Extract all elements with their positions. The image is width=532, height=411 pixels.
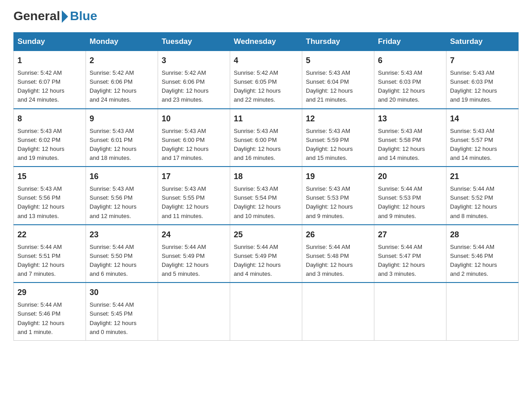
day-number: 20	[378, 171, 442, 183]
day-info: Sunrise: 5:43 AMSunset: 6:00 PMDaylight:…	[234, 127, 298, 163]
logo-general-text: General	[13, 9, 60, 23]
day-number: 5	[306, 55, 370, 67]
calendar-cell: 16Sunrise: 5:43 AMSunset: 5:56 PMDayligh…	[86, 167, 158, 225]
day-number: 27	[378, 229, 442, 241]
day-info: Sunrise: 5:44 AMSunset: 5:47 PMDaylight:…	[378, 243, 442, 279]
calendar-cell: 5Sunrise: 5:43 AMSunset: 6:04 PMDaylight…	[302, 51, 374, 109]
day-info: Sunrise: 5:43 AMSunset: 6:00 PMDaylight:…	[162, 127, 226, 163]
calendar-cell: 23Sunrise: 5:44 AMSunset: 5:50 PMDayligh…	[86, 225, 158, 283]
day-number: 18	[234, 171, 298, 183]
day-number: 14	[450, 113, 515, 125]
day-info: Sunrise: 5:42 AMSunset: 6:05 PMDaylight:…	[234, 68, 298, 105]
day-info: Sunrise: 5:44 AMSunset: 5:45 PMDaylight:…	[90, 300, 154, 337]
calendar-header-row: SundayMondayTuesdayWednesdayThursdayFrid…	[14, 33, 519, 51]
day-info: Sunrise: 5:44 AMSunset: 5:49 PMDaylight:…	[162, 243, 226, 279]
page-header: General Blue	[13, 9, 519, 23]
calendar-cell: 12Sunrise: 5:43 AMSunset: 5:59 PMDayligh…	[302, 109, 374, 167]
day-number: 26	[306, 229, 370, 241]
calendar-cell: 9Sunrise: 5:43 AMSunset: 6:01 PMDaylight…	[86, 109, 158, 167]
calendar-cell: 22Sunrise: 5:44 AMSunset: 5:51 PMDayligh…	[14, 225, 86, 283]
calendar-cell	[302, 283, 374, 340]
calendar-cell: 14Sunrise: 5:43 AMSunset: 5:57 PMDayligh…	[446, 109, 519, 167]
day-info: Sunrise: 5:43 AMSunset: 6:03 PMDaylight:…	[450, 68, 515, 105]
logo-blue-text: Blue	[70, 9, 97, 23]
day-info: Sunrise: 5:44 AMSunset: 5:51 PMDaylight:…	[17, 243, 82, 279]
day-number: 23	[90, 229, 154, 241]
calendar-cell: 2Sunrise: 5:42 AMSunset: 6:06 PMDaylight…	[86, 51, 158, 109]
calendar-cell: 4Sunrise: 5:42 AMSunset: 6:05 PMDaylight…	[230, 51, 302, 109]
calendar-cell: 7Sunrise: 5:43 AMSunset: 6:03 PMDaylight…	[446, 51, 519, 109]
day-number: 25	[234, 229, 298, 241]
calendar-cell: 28Sunrise: 5:44 AMSunset: 5:46 PMDayligh…	[446, 225, 519, 283]
day-info: Sunrise: 5:43 AMSunset: 5:56 PMDaylight:…	[90, 184, 154, 221]
day-info: Sunrise: 5:43 AMSunset: 5:58 PMDaylight:…	[378, 127, 442, 163]
calendar-cell	[230, 283, 302, 340]
day-number: 13	[378, 113, 442, 125]
day-number: 17	[162, 171, 226, 183]
calendar-cell: 13Sunrise: 5:43 AMSunset: 5:58 PMDayligh…	[374, 109, 446, 167]
calendar-cell: 19Sunrise: 5:43 AMSunset: 5:53 PMDayligh…	[302, 167, 374, 225]
day-info: Sunrise: 5:43 AMSunset: 5:54 PMDaylight:…	[234, 184, 298, 221]
calendar-cell: 11Sunrise: 5:43 AMSunset: 6:00 PMDayligh…	[230, 109, 302, 167]
day-info: Sunrise: 5:43 AMSunset: 5:56 PMDaylight:…	[17, 184, 82, 221]
day-number: 11	[234, 113, 298, 125]
calendar-cell: 30Sunrise: 5:44 AMSunset: 5:45 PMDayligh…	[86, 283, 158, 340]
day-info: Sunrise: 5:44 AMSunset: 5:48 PMDaylight:…	[306, 243, 370, 279]
day-number: 12	[306, 113, 370, 125]
calendar-cell: 20Sunrise: 5:44 AMSunset: 5:53 PMDayligh…	[374, 167, 446, 225]
day-info: Sunrise: 5:44 AMSunset: 5:49 PMDaylight:…	[234, 243, 298, 279]
calendar-week-3: 15Sunrise: 5:43 AMSunset: 5:56 PMDayligh…	[14, 167, 519, 225]
calendar-week-4: 22Sunrise: 5:44 AMSunset: 5:51 PMDayligh…	[14, 225, 519, 283]
calendar-cell: 26Sunrise: 5:44 AMSunset: 5:48 PMDayligh…	[302, 225, 374, 283]
calendar-cell	[374, 283, 446, 340]
day-info: Sunrise: 5:44 AMSunset: 5:52 PMDaylight:…	[450, 184, 515, 221]
day-number: 10	[162, 113, 226, 125]
header-sunday: Sunday	[14, 33, 86, 51]
day-info: Sunrise: 5:43 AMSunset: 5:53 PMDaylight:…	[306, 184, 370, 221]
day-info: Sunrise: 5:43 AMSunset: 6:01 PMDaylight:…	[90, 127, 154, 163]
calendar-cell: 15Sunrise: 5:43 AMSunset: 5:56 PMDayligh…	[14, 167, 86, 225]
calendar-cell	[158, 283, 230, 340]
day-number: 8	[17, 113, 82, 125]
day-info: Sunrise: 5:43 AMSunset: 5:59 PMDaylight:…	[306, 127, 370, 163]
logo-arrow-icon	[62, 10, 68, 23]
header-saturday: Saturday	[446, 33, 519, 51]
header-thursday: Thursday	[302, 33, 374, 51]
day-number: 16	[90, 171, 154, 183]
day-number: 24	[162, 229, 226, 241]
day-info: Sunrise: 5:44 AMSunset: 5:50 PMDaylight:…	[90, 243, 154, 279]
calendar-cell	[446, 283, 519, 340]
header-tuesday: Tuesday	[158, 33, 230, 51]
calendar-week-2: 8Sunrise: 5:43 AMSunset: 6:02 PMDaylight…	[14, 109, 519, 167]
day-info: Sunrise: 5:43 AMSunset: 6:02 PMDaylight:…	[17, 127, 82, 163]
header-monday: Monday	[86, 33, 158, 51]
day-info: Sunrise: 5:43 AMSunset: 5:57 PMDaylight:…	[450, 127, 515, 163]
day-number: 22	[17, 229, 82, 241]
day-info: Sunrise: 5:44 AMSunset: 5:46 PMDaylight:…	[17, 300, 82, 337]
day-number: 3	[162, 55, 226, 67]
calendar-cell: 18Sunrise: 5:43 AMSunset: 5:54 PMDayligh…	[230, 167, 302, 225]
calendar-cell: 17Sunrise: 5:43 AMSunset: 5:55 PMDayligh…	[158, 167, 230, 225]
calendar-cell: 27Sunrise: 5:44 AMSunset: 5:47 PMDayligh…	[374, 225, 446, 283]
day-number: 7	[450, 55, 515, 67]
day-number: 30	[90, 287, 154, 299]
calendar-cell: 3Sunrise: 5:42 AMSunset: 6:06 PMDaylight…	[158, 51, 230, 109]
calendar-cell: 10Sunrise: 5:43 AMSunset: 6:00 PMDayligh…	[158, 109, 230, 167]
day-info: Sunrise: 5:42 AMSunset: 6:06 PMDaylight:…	[162, 68, 226, 105]
calendar-table: SundayMondayTuesdayWednesdayThursdayFrid…	[13, 32, 519, 341]
calendar-cell: 25Sunrise: 5:44 AMSunset: 5:49 PMDayligh…	[230, 225, 302, 283]
day-number: 2	[90, 55, 154, 67]
calendar-cell: 29Sunrise: 5:44 AMSunset: 5:46 PMDayligh…	[14, 283, 86, 340]
day-number: 28	[450, 229, 515, 241]
day-info: Sunrise: 5:43 AMSunset: 6:03 PMDaylight:…	[378, 68, 442, 105]
day-info: Sunrise: 5:44 AMSunset: 5:46 PMDaylight:…	[450, 243, 515, 279]
logo: General Blue	[13, 9, 97, 23]
calendar-cell: 21Sunrise: 5:44 AMSunset: 5:52 PMDayligh…	[446, 167, 519, 225]
day-number: 29	[17, 287, 82, 299]
day-number: 6	[378, 55, 442, 67]
day-info: Sunrise: 5:43 AMSunset: 5:55 PMDaylight:…	[162, 184, 226, 221]
header-wednesday: Wednesday	[230, 33, 302, 51]
day-info: Sunrise: 5:43 AMSunset: 6:04 PMDaylight:…	[306, 68, 370, 105]
day-number: 4	[234, 55, 298, 67]
day-info: Sunrise: 5:42 AMSunset: 6:07 PMDaylight:…	[17, 68, 82, 105]
